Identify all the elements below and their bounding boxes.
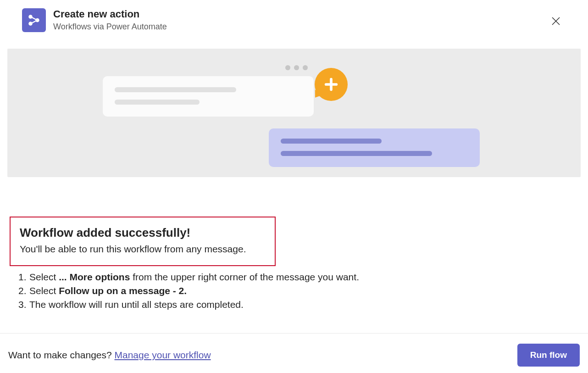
run-flow-button[interactable]: Run flow [517, 344, 580, 367]
close-icon [551, 17, 560, 26]
step-2: 2.Select Follow up on a message - 2. [18, 285, 359, 296]
plus-badge-icon [315, 68, 348, 101]
svg-line-4 [32, 21, 36, 23]
dialog-subtitle: Workflows via Power Automate [53, 22, 548, 32]
dialog-footer: Want to make changes? Manage your workfl… [0, 333, 588, 373]
manage-workflow-link[interactable]: Manage your workflow [115, 350, 211, 360]
svg-line-3 [32, 17, 36, 20]
footer-prompt: Want to make changes? Manage your workfl… [8, 350, 211, 361]
context-dots-icon [285, 65, 308, 70]
success-highlight: Workflow added successfully! You'll be a… [10, 217, 276, 266]
steps-list: 1.Select ... More options from the upper… [18, 272, 359, 313]
success-title: Workflow added successfully! [20, 226, 266, 240]
workflow-app-icon [22, 8, 46, 32]
illustration-message-light [103, 76, 314, 117]
svg-point-0 [29, 16, 32, 18]
dialog-header: Create new action Workflows via Power Au… [0, 0, 588, 32]
success-subtitle: You'll be able to run this workflow from… [20, 244, 266, 255]
svg-point-1 [29, 22, 32, 25]
hero-illustration [7, 49, 581, 177]
illustration-message-purple [269, 128, 480, 167]
dialog-title: Create new action [53, 8, 548, 20]
step-1: 1.Select ... More options from the upper… [18, 272, 359, 283]
close-button[interactable] [548, 13, 564, 29]
svg-point-2 [36, 19, 39, 22]
step-3: 3.The workflow will run until all steps … [18, 299, 359, 310]
